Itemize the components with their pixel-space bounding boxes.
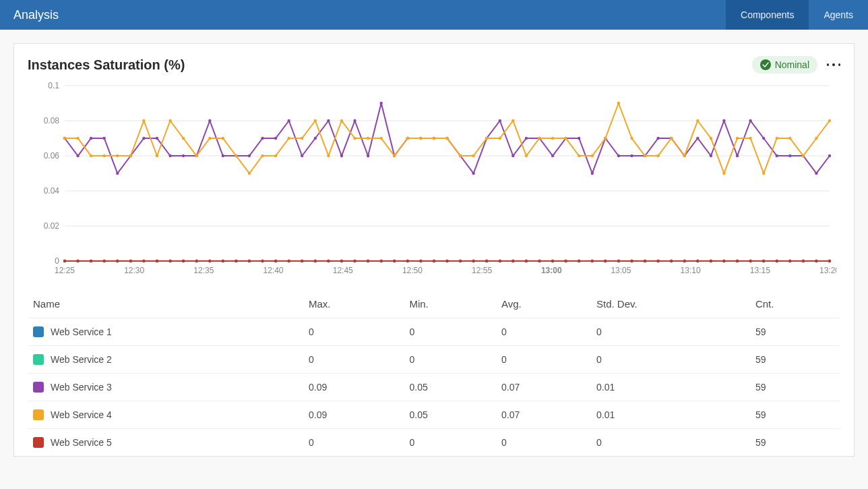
svg-point-224 <box>353 137 356 140</box>
svg-text:0: 0 <box>55 256 59 266</box>
card-head-right: Nominal <box>752 56 840 74</box>
table-row[interactable]: Web Service 2000059 <box>28 346 840 374</box>
cell-max: 0.09 <box>303 374 404 401</box>
svg-point-256 <box>776 137 778 140</box>
svg-point-146 <box>103 137 106 140</box>
svg-point-266 <box>129 260 132 262</box>
series-name: Web Service 2 <box>51 354 112 365</box>
series-swatch <box>33 437 44 448</box>
cell-avg: 0.07 <box>496 401 591 429</box>
svg-point-240 <box>564 137 567 140</box>
col-std[interactable]: Std. Dev. <box>591 290 750 318</box>
topbar-tabs: Components Agents <box>726 0 868 30</box>
svg-point-308 <box>683 260 686 262</box>
svg-point-299 <box>564 260 567 262</box>
svg-point-150 <box>156 137 158 140</box>
svg-point-193 <box>722 119 725 122</box>
svg-point-147 <box>116 172 119 175</box>
svg-point-235 <box>499 137 501 140</box>
cell-max: 0 <box>303 346 404 374</box>
svg-point-188 <box>656 137 659 140</box>
series-swatch <box>33 409 44 420</box>
svg-text:0.02: 0.02 <box>44 221 60 231</box>
series-name: Web Service 1 <box>51 326 112 337</box>
content: Instances Saturation (%) Nominal 00.020.… <box>0 30 868 470</box>
cell-min: 0 <box>404 429 496 457</box>
svg-point-241 <box>578 154 580 157</box>
svg-point-213 <box>208 137 211 140</box>
svg-point-216 <box>248 172 251 175</box>
cell-avg: 0.07 <box>496 374 591 401</box>
svg-text:12:45: 12:45 <box>333 266 353 275</box>
svg-point-276 <box>261 260 264 262</box>
svg-point-255 <box>762 172 765 175</box>
svg-point-296 <box>525 260 528 262</box>
svg-point-282 <box>340 260 343 262</box>
svg-point-278 <box>288 260 290 262</box>
svg-point-269 <box>168 260 171 262</box>
more-icon[interactable] <box>827 63 840 66</box>
svg-point-152 <box>182 154 185 157</box>
svg-text:12:50: 12:50 <box>402 266 423 275</box>
col-name[interactable]: Name <box>28 290 303 318</box>
table-row[interactable]: Web Service 5000059 <box>28 429 840 457</box>
svg-point-183 <box>591 172 594 175</box>
svg-point-167 <box>380 102 383 105</box>
svg-point-154 <box>208 119 211 122</box>
metrics-table: Name Max. Min. Avg. Std. Dev. Cnt. Web S… <box>28 290 840 456</box>
col-cnt[interactable]: Cnt. <box>750 290 840 318</box>
svg-point-209 <box>156 154 158 157</box>
cell-std: 0 <box>591 429 750 457</box>
svg-point-243 <box>604 137 607 140</box>
svg-point-182 <box>578 137 580 140</box>
svg-point-252 <box>722 172 725 175</box>
cell-min: 0 <box>404 318 496 346</box>
svg-point-231 <box>445 137 448 140</box>
table-row[interactable]: Web Service 30.090.050.070.0159 <box>28 374 840 401</box>
svg-point-200 <box>815 172 817 175</box>
svg-point-298 <box>551 260 554 262</box>
svg-point-217 <box>261 154 264 157</box>
svg-point-281 <box>327 260 330 262</box>
svg-point-215 <box>235 154 237 157</box>
svg-point-237 <box>525 154 528 157</box>
svg-point-226 <box>380 137 383 140</box>
col-min[interactable]: Min. <box>404 290 496 318</box>
cell-std: 0 <box>591 346 750 374</box>
tab-components[interactable]: Components <box>726 0 809 30</box>
svg-point-294 <box>499 260 501 262</box>
svg-text:12:25: 12:25 <box>55 266 75 275</box>
cell-min: 0.05 <box>404 374 496 401</box>
svg-point-149 <box>142 137 145 140</box>
svg-point-285 <box>380 260 383 262</box>
svg-point-300 <box>578 260 580 262</box>
col-max[interactable]: Max. <box>303 290 404 318</box>
svg-point-186 <box>630 154 633 157</box>
svg-point-218 <box>274 154 277 157</box>
cell-cnt: 59 <box>750 429 840 457</box>
svg-point-267 <box>142 260 145 262</box>
svg-point-309 <box>696 260 699 262</box>
col-avg[interactable]: Avg. <box>496 290 591 318</box>
svg-point-228 <box>406 137 409 140</box>
svg-point-161 <box>301 154 303 157</box>
svg-point-286 <box>393 260 396 262</box>
svg-point-158 <box>261 137 264 140</box>
svg-point-275 <box>248 260 251 262</box>
svg-point-310 <box>710 260 712 262</box>
tab-agents[interactable]: Agents <box>809 0 868 30</box>
svg-point-219 <box>288 137 290 140</box>
svg-point-225 <box>367 137 369 140</box>
svg-text:12:30: 12:30 <box>124 266 144 275</box>
svg-point-314 <box>762 260 765 262</box>
table-row[interactable]: Web Service 40.090.050.070.0159 <box>28 401 840 429</box>
table-row[interactable]: Web Service 1000059 <box>28 318 840 346</box>
svg-point-289 <box>433 260 435 262</box>
svg-point-202 <box>63 137 66 140</box>
svg-point-253 <box>736 137 739 140</box>
svg-point-270 <box>182 260 185 262</box>
cell-cnt: 59 <box>750 318 840 346</box>
svg-point-212 <box>195 154 198 157</box>
svg-point-284 <box>367 260 369 262</box>
svg-point-274 <box>235 260 237 262</box>
